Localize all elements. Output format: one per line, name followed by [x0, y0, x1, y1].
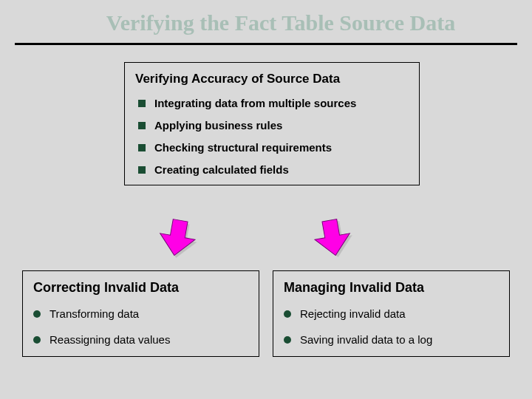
dot-bullet-icon: [33, 336, 41, 344]
column-heading: Managing Invalid Data: [284, 280, 499, 296]
square-bullet-icon: [138, 166, 146, 174]
slide-title: Verifying the Fact Table Source Data: [44, 10, 517, 35]
list-item: Transforming data: [33, 307, 248, 320]
list-item-label: Transforming data: [50, 307, 139, 320]
top-box-heading: Verifying Accuracy of Source Data: [135, 72, 409, 86]
square-bullet-icon: [138, 144, 146, 151]
list-item-label: Applying business rules: [154, 119, 282, 132]
list-item: Checking structural requirements: [135, 141, 409, 154]
list-item: Creating calculated fields: [135, 163, 409, 176]
columns: Correcting Invalid Data Transforming dat…: [22, 270, 510, 357]
column-heading: Correcting Invalid Data: [33, 280, 248, 296]
list-item: Applying business rules: [135, 119, 409, 132]
top-box: Verifying Accuracy of Source Data Integr…: [124, 62, 420, 185]
list-item-label: Checking structural requirements: [154, 141, 332, 154]
list-item: Reassigning data values: [33, 333, 248, 346]
slide: Verifying the Fact Table Source Data Ver…: [0, 0, 532, 399]
square-bullet-icon: [138, 122, 146, 129]
title-underline: [15, 43, 517, 45]
list-item: Rejecting invalid data: [284, 307, 499, 320]
list-item-label: Reassigning data values: [50, 333, 170, 346]
arrow-left: [155, 216, 200, 260]
list-item-label: Creating calculated fields: [154, 163, 289, 176]
down-arrow-icon: [310, 216, 355, 260]
list-item-label: Rejecting invalid data: [300, 307, 406, 320]
dot-bullet-icon: [33, 310, 41, 318]
right-column: Managing Invalid Data Rejecting invalid …: [273, 270, 510, 357]
left-column: Correcting Invalid Data Transforming dat…: [22, 270, 259, 357]
dot-bullet-icon: [284, 310, 291, 318]
down-arrow-icon: [155, 216, 200, 260]
square-bullet-icon: [138, 100, 146, 107]
arrow-right: [310, 216, 355, 260]
dot-bullet-icon: [284, 336, 291, 344]
list-item: Integrating data from multiple sources: [135, 97, 409, 109]
list-item-label: Integrating data from multiple sources: [154, 97, 356, 109]
list-item: Saving invalid data to a log: [284, 333, 499, 346]
arrows-container: [133, 214, 399, 266]
list-item-label: Saving invalid data to a log: [300, 333, 432, 346]
